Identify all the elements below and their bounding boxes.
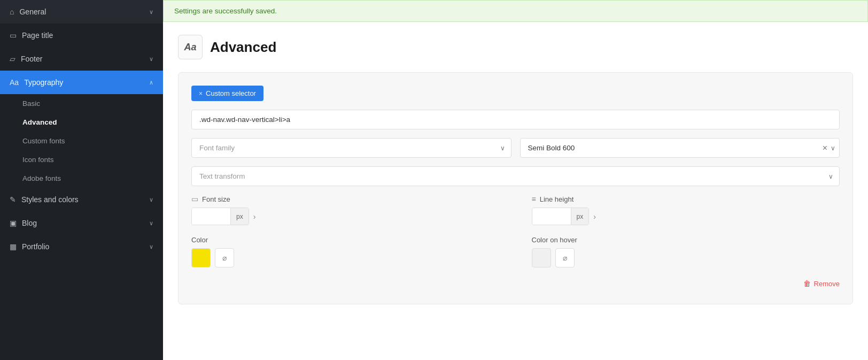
advanced-icon: Aa xyxy=(184,42,196,53)
color-group: Color ⌀ xyxy=(191,236,500,267)
sidebar-item-portfolio-label: Portfolio xyxy=(22,242,49,251)
line-height-input[interactable] xyxy=(532,208,571,225)
color-row: Color ⌀ Color on hover ⌀ xyxy=(191,236,840,267)
main-content: Settings are successfully saved. Aa Adva… xyxy=(163,0,868,360)
chevron-down-icon: ∨ xyxy=(149,196,153,203)
link-icon: ⌀ xyxy=(222,254,227,262)
sidebar-item-general-label: General xyxy=(19,7,46,16)
selector-tag[interactable]: × Custom selector xyxy=(191,86,264,101)
sidebar-item-footer-label: Footer xyxy=(21,55,42,63)
sidebar-item-general[interactable]: ⌂ General ∨ xyxy=(0,0,163,24)
remove-label: Remove xyxy=(814,280,840,288)
color-link-button[interactable]: ⌀ xyxy=(215,248,234,267)
sidebar-sub-advanced-label: Advanced xyxy=(22,118,57,126)
line-height-input-row: px › xyxy=(532,208,840,225)
sidebar-item-blog-label: Blog xyxy=(22,219,37,227)
font-family-row: Font family ∨ Semi Bold 600 × ∨ xyxy=(191,138,840,158)
line-height-label: ≡ Line height xyxy=(532,195,840,203)
color-hover-label: Color on hover xyxy=(532,236,840,244)
font-weight-chevron-icon: ∨ xyxy=(831,144,835,152)
settings-card: × Custom selector Font family ∨ Semi Bol… xyxy=(178,72,853,304)
selector-tag-close-icon[interactable]: × xyxy=(199,90,203,97)
color-hover-group: Color on hover ⌀ xyxy=(532,236,840,267)
blog-icon: ▣ xyxy=(10,219,17,227)
success-banner-text: Settings are successfully saved. xyxy=(174,7,277,15)
text-transform-wrapper: Text transform ∨ xyxy=(191,166,840,186)
font-size-arrow-icon[interactable]: › xyxy=(253,212,256,221)
chevron-down-icon: ∨ xyxy=(149,243,153,250)
text-transform-row: Text transform ∨ xyxy=(191,166,840,186)
text-transform-select[interactable]: Text transform xyxy=(191,166,840,186)
page-header: Aa Advanced xyxy=(178,35,853,59)
link-hover-icon: ⌀ xyxy=(563,254,567,262)
styles-icon: ✎ xyxy=(10,195,16,204)
color-hover-swatch[interactable] xyxy=(532,248,551,267)
font-size-label: ▭ Font size xyxy=(191,195,500,203)
sidebar-item-portfolio[interactable]: ▦ Portfolio ∨ xyxy=(0,235,163,258)
sidebar-sub-item-adobe-fonts[interactable]: Adobe fonts xyxy=(0,169,163,188)
font-weight-select[interactable]: Semi Bold 600 xyxy=(520,138,840,158)
sidebar-item-styles-label: Styles and colors xyxy=(21,195,79,204)
font-family-select[interactable]: Font family xyxy=(191,138,511,158)
font-weight-wrapper: Semi Bold 600 × ∨ xyxy=(520,138,840,158)
sidebar-item-blog[interactable]: ▣ Blog ∨ xyxy=(0,211,163,235)
chevron-down-icon: ∨ xyxy=(149,56,153,63)
sidebar-item-typography[interactable]: Aa Typography ∧ xyxy=(0,71,163,94)
remove-button[interactable]: 🗑 Remove xyxy=(803,276,840,291)
home-icon: ⌂ xyxy=(10,7,14,16)
chevron-down-icon: ∨ xyxy=(149,9,153,16)
remove-row: 🗑 Remove xyxy=(191,276,840,291)
sidebar-item-styles-colors[interactable]: ✎ Styles and colors ∨ xyxy=(0,188,163,211)
font-size-group: ▭ Font size px › xyxy=(191,195,500,225)
selector-tag-label: Custom selector xyxy=(206,89,256,97)
line-height-group: ≡ Line height px › xyxy=(532,195,840,225)
page-title-icon: ▭ xyxy=(10,31,17,40)
trash-icon: 🗑 xyxy=(803,279,811,288)
chevron-down-icon: ∨ xyxy=(149,220,153,227)
line-height-input-wrapper: px xyxy=(532,208,590,225)
chevron-up-icon: ∧ xyxy=(149,79,153,86)
sidebar-sub-adobe-fonts-label: Adobe fonts xyxy=(22,174,61,182)
sidebar: ⌂ General ∨ ▭ Page title ▱ Footer ∨ Aa T… xyxy=(0,0,163,360)
sidebar-sub-icon-fonts-label: Icon fonts xyxy=(22,156,54,164)
line-height-arrow-icon[interactable]: › xyxy=(593,212,596,221)
sidebar-item-footer[interactable]: ▱ Footer ∨ xyxy=(0,47,163,71)
sidebar-sub-item-advanced[interactable]: Advanced xyxy=(0,113,163,132)
font-size-unit: px xyxy=(230,208,249,225)
font-family-wrapper: Font family ∨ xyxy=(191,138,511,158)
font-size-input-row: px › xyxy=(191,208,500,225)
footer-icon: ▱ xyxy=(10,55,15,63)
color-swatch[interactable] xyxy=(191,248,211,267)
sidebar-sub-custom-fonts-label: Custom fonts xyxy=(22,137,65,145)
metrics-row: ▭ Font size px › ≡ Line height xyxy=(191,195,840,225)
sidebar-sub-item-custom-fonts[interactable]: Custom fonts xyxy=(0,132,163,150)
font-weight-actions: × ∨ xyxy=(823,144,835,152)
font-size-input-wrapper: px xyxy=(191,208,249,225)
portfolio-icon: ▦ xyxy=(10,242,17,251)
page-header-icon: Aa xyxy=(178,35,203,59)
sidebar-item-page-title-label: Page title xyxy=(22,31,53,40)
sidebar-item-typography-label: Typography xyxy=(24,78,63,87)
line-height-unit: px xyxy=(571,208,589,225)
font-size-input[interactable] xyxy=(192,208,230,225)
sidebar-sub-basic-label: Basic xyxy=(22,99,40,108)
css-selector-input[interactable] xyxy=(191,110,840,129)
font-weight-clear-icon[interactable]: × xyxy=(823,144,827,152)
line-height-icon: ≡ xyxy=(532,195,536,203)
color-hover-link-button[interactable]: ⌀ xyxy=(555,248,575,267)
page-title: Advanced xyxy=(210,39,276,56)
color-label: Color xyxy=(191,236,500,244)
typography-icon: Aa xyxy=(10,78,19,87)
sidebar-item-page-title[interactable]: ▭ Page title xyxy=(0,24,163,47)
color-hover-input-row: ⌀ xyxy=(532,248,840,267)
sidebar-sub-item-icon-fonts[interactable]: Icon fonts xyxy=(0,150,163,169)
sidebar-sub-item-basic[interactable]: Basic xyxy=(0,94,163,113)
monitor-icon: ▭ xyxy=(191,195,198,203)
success-banner: Settings are successfully saved. xyxy=(163,0,868,22)
page-content: Aa Advanced × Custom selector Font famil… xyxy=(163,22,868,360)
color-input-row: ⌀ xyxy=(191,248,500,267)
